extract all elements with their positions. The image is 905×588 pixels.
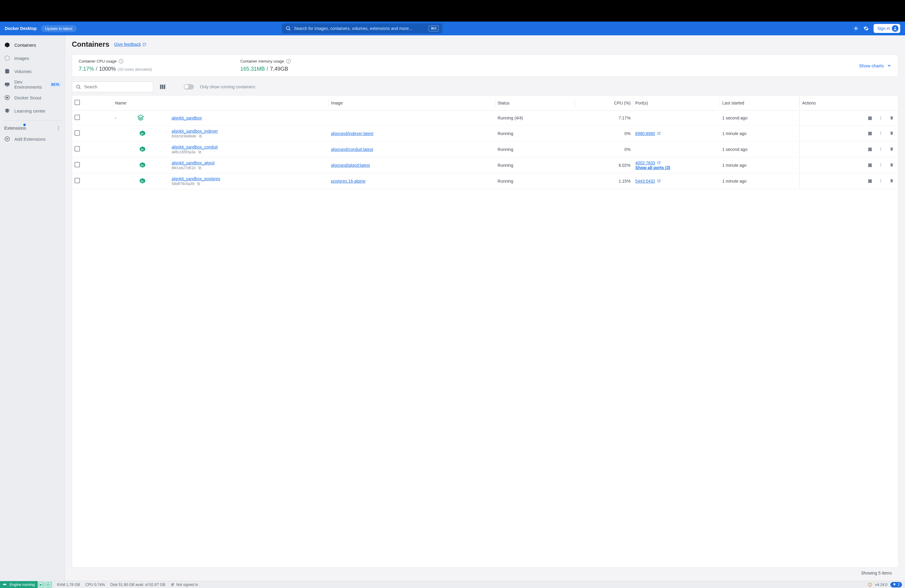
copy-icon[interactable] xyxy=(197,182,200,186)
info-icon[interactable]: i xyxy=(286,59,291,64)
container-name-link[interactable]: algokit_sandbox_postgres xyxy=(171,176,220,181)
external-link-icon xyxy=(657,179,661,183)
sidebar-item-add-extensions[interactable]: Add Extensions xyxy=(0,132,65,146)
sidebar-item-learning-center[interactable]: Learning center xyxy=(0,104,65,118)
running-only-toggle[interactable] xyxy=(184,84,194,89)
row-checkbox[interactable] xyxy=(75,162,80,167)
stop-button[interactable] xyxy=(866,129,874,138)
delete-button[interactable] xyxy=(888,161,896,169)
row-checkbox[interactable] xyxy=(75,114,80,120)
stop-button[interactable] xyxy=(866,114,874,122)
notifications-button[interactable]: 2 xyxy=(890,582,902,587)
beta-badge: BETA xyxy=(50,82,61,87)
learning-icon xyxy=(4,108,10,114)
table-search-input[interactable] xyxy=(84,84,149,89)
table-row[interactable]: algokit_sandbox_indexer 63dc0c9e9bde alg… xyxy=(72,126,898,141)
image-link[interactable]: algorand/indexer:latest xyxy=(331,131,373,136)
col-cpu[interactable]: CPU (%) xyxy=(575,95,633,110)
port-link[interactable]: 4002:7833 xyxy=(635,161,661,165)
svg-point-36 xyxy=(880,150,881,151)
svg-point-48 xyxy=(880,182,881,182)
col-image[interactable]: Image xyxy=(329,95,495,110)
give-feedback-link[interactable]: Give feedback xyxy=(114,42,146,47)
bug-icon[interactable] xyxy=(853,26,859,31)
copy-icon[interactable] xyxy=(198,166,202,170)
sign-in-button[interactable]: Sign in xyxy=(873,24,900,33)
info-icon[interactable]: i xyxy=(119,59,123,64)
port-link[interactable]: 5443:5432 xyxy=(635,179,661,184)
mem-total: 7.49GB xyxy=(270,66,288,72)
more-actions-button[interactable] xyxy=(876,129,885,137)
columns-icon[interactable] xyxy=(159,84,166,90)
sidebar-item-dev-environments[interactable]: Dev Environments BETA xyxy=(0,78,65,91)
container-name-link[interactable]: algokit_sandbox_indexer xyxy=(171,129,218,133)
update-button[interactable]: Update to latest xyxy=(41,25,76,32)
table-row-parent[interactable]: › algokit_sandbox Running (4/4) 7.17% 1 … xyxy=(72,110,898,126)
port-link[interactable]: 8980:8980 xyxy=(635,131,661,136)
container-name-link[interactable]: algokit_sandbox_algod xyxy=(171,161,214,165)
delete-button[interactable] xyxy=(888,145,896,153)
delete-button[interactable] xyxy=(888,176,896,185)
more-actions-button[interactable] xyxy=(876,176,885,185)
table-search[interactable] xyxy=(72,81,153,92)
stop-button[interactable] xyxy=(866,161,874,170)
sidebar-item-containers[interactable]: Containers xyxy=(0,38,65,51)
container-icon xyxy=(138,145,146,153)
select-all-checkbox[interactable] xyxy=(75,100,80,105)
sidebar-item-images[interactable]: Images xyxy=(0,51,65,65)
svg-point-41 xyxy=(880,165,881,165)
col-name[interactable]: Name xyxy=(113,95,329,110)
delete-button[interactable] xyxy=(888,113,896,122)
more-actions-button[interactable] xyxy=(876,161,885,169)
row-checkbox[interactable] xyxy=(75,146,80,151)
container-id: 63dc0c9e9bde xyxy=(171,134,196,138)
settings-icon[interactable] xyxy=(864,26,869,31)
col-ports[interactable]: Port(s) xyxy=(633,95,720,110)
col-last[interactable]: Last started xyxy=(720,95,799,110)
copy-icon[interactable] xyxy=(198,150,202,154)
mem-usage-label: Container memory usage xyxy=(240,59,284,64)
container-name-link[interactable]: algokit_sandbox_conduit xyxy=(171,145,218,149)
svg-point-22 xyxy=(880,116,881,117)
table-row[interactable]: algokit_sandbox_conduit a96c165f3a3a alg… xyxy=(72,141,898,157)
status-cell: Running (4/4) xyxy=(495,110,575,126)
scout-icon xyxy=(4,95,10,100)
show-charts-button[interactable]: Show charts xyxy=(859,63,892,68)
image-link[interactable]: algorand/algod:latest xyxy=(331,163,370,168)
svg-rect-21 xyxy=(868,116,872,120)
svg-point-30 xyxy=(880,134,881,135)
avatar-icon xyxy=(892,25,899,32)
copy-icon[interactable] xyxy=(198,134,202,138)
engine-power-button[interactable]: ⏻⋮ xyxy=(46,582,52,587)
svg-point-42 xyxy=(880,166,881,167)
cpu-cell: 0% xyxy=(575,141,633,157)
stop-button[interactable] xyxy=(866,177,874,185)
warning-icon[interactable] xyxy=(868,583,872,587)
container-name-link[interactable]: algokit_sandbox xyxy=(171,116,202,120)
row-checkbox[interactable] xyxy=(75,178,80,183)
expand-icon[interactable]: › xyxy=(113,117,118,119)
svg-point-3 xyxy=(894,27,896,29)
more-actions-button[interactable] xyxy=(876,114,885,122)
more-actions-button[interactable] xyxy=(876,145,885,153)
stop-button[interactable] xyxy=(866,145,874,154)
global-search[interactable]: Search for images, containers, volumes, … xyxy=(282,23,442,33)
col-status[interactable]: Status xyxy=(495,95,575,110)
engine-play-pause-button[interactable]: ▶‖ xyxy=(39,582,44,587)
svg-rect-17 xyxy=(160,85,162,89)
show-all-ports-link[interactable]: Show all ports (3) xyxy=(635,165,670,170)
svg-point-28 xyxy=(880,132,881,132)
sidebar-item-docker-scout[interactable]: Docker Scout xyxy=(0,91,65,104)
engine-status[interactable]: Engine running xyxy=(0,581,38,588)
delete-button[interactable] xyxy=(888,129,896,137)
row-checkbox[interactable] xyxy=(75,130,80,136)
table-row[interactable]: algokit_sandbox_algod 8fe1eb27d510 algor… xyxy=(72,157,898,173)
svg-rect-19 xyxy=(164,85,165,89)
extensions-more-icon[interactable] xyxy=(56,126,61,130)
last-cell: 1 minute ago xyxy=(720,126,799,141)
stats-card: Container CPU usage i 7.17% / 1000% (10 … xyxy=(72,54,899,77)
table-row[interactable]: algokit_sandbox_postgres 58bff79c5a39 po… xyxy=(72,173,898,189)
image-link[interactable]: postgres:16-alpine xyxy=(331,179,365,184)
sidebar-item-volumes[interactable]: Volumes xyxy=(0,65,65,78)
image-link[interactable]: algorand/conduit:latest xyxy=(331,147,373,152)
